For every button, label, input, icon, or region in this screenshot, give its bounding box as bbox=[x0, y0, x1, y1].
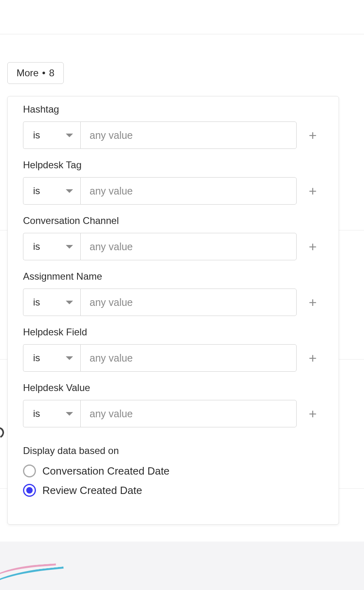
operator-text: is bbox=[33, 241, 40, 252]
filter-row: is + bbox=[23, 177, 323, 205]
radio-section-label: Display data based on bbox=[23, 445, 323, 456]
add-filter-button[interactable]: + bbox=[302, 177, 323, 205]
operator-select[interactable]: is bbox=[23, 344, 80, 372]
top-divider bbox=[0, 34, 364, 34]
more-filters-button[interactable]: More • 8 bbox=[7, 62, 64, 84]
radio-option-conversation-created-date[interactable]: Conversation Created Date bbox=[23, 464, 323, 477]
radio-icon bbox=[23, 484, 36, 497]
plus-icon: + bbox=[309, 240, 317, 253]
operator-text: is bbox=[33, 297, 40, 308]
plus-icon: + bbox=[309, 295, 317, 309]
chart-line-blue bbox=[0, 567, 65, 590]
filters-dropdown-panel: Hashtag is + Helpdesk Tag is + C bbox=[7, 96, 339, 525]
operator-text: is bbox=[33, 408, 40, 419]
filter-row: is + bbox=[23, 400, 323, 427]
operator-text: is bbox=[33, 185, 40, 197]
add-filter-button[interactable]: + bbox=[302, 233, 323, 260]
radio-label: Conversation Created Date bbox=[42, 465, 169, 477]
filter-label: Conversation Channel bbox=[23, 215, 323, 226]
filter-value-input[interactable] bbox=[80, 121, 297, 149]
operator-text: is bbox=[33, 352, 40, 364]
filter-value-input[interactable] bbox=[80, 344, 297, 372]
display-data-based-on-section: Display data based on Conversation Creat… bbox=[23, 445, 323, 497]
operator-select[interactable]: is bbox=[23, 233, 80, 260]
add-filter-button[interactable]: + bbox=[302, 121, 323, 149]
filter-group-helpdesk-tag: Helpdesk Tag is + bbox=[23, 159, 323, 205]
filter-group-conversation-channel: Conversation Channel is + bbox=[23, 215, 323, 260]
plus-icon: + bbox=[309, 407, 317, 421]
operator-select[interactable]: is bbox=[23, 177, 80, 205]
more-label: More bbox=[17, 67, 39, 78]
filter-value-input[interactable] bbox=[80, 400, 297, 427]
chevron-down-icon bbox=[66, 356, 73, 360]
plus-icon: + bbox=[309, 351, 317, 365]
filter-label: Helpdesk Field bbox=[23, 326, 323, 338]
filter-value-input[interactable] bbox=[80, 233, 297, 260]
filter-row: is + bbox=[23, 121, 323, 149]
operator-select[interactable]: is bbox=[23, 121, 80, 149]
chart-background bbox=[0, 542, 364, 590]
filter-group-assignment-name: Assignment Name is + bbox=[23, 271, 323, 316]
filter-value-input[interactable] bbox=[80, 289, 297, 316]
filter-label: Hashtag bbox=[23, 104, 323, 115]
filter-label: Assignment Name bbox=[23, 271, 323, 282]
filter-label: Helpdesk Tag bbox=[23, 159, 323, 171]
operator-text: is bbox=[33, 130, 40, 141]
filter-value-input[interactable] bbox=[80, 177, 297, 205]
plus-icon: + bbox=[309, 184, 317, 198]
radio-option-review-created-date[interactable]: Review Created Date bbox=[23, 484, 323, 497]
chart-line-pink bbox=[0, 563, 57, 583]
chevron-down-icon bbox=[66, 245, 73, 249]
radio-label: Review Created Date bbox=[42, 484, 142, 497]
more-separator: • bbox=[42, 67, 45, 78]
operator-select[interactable]: is bbox=[23, 289, 80, 316]
add-filter-button[interactable]: + bbox=[302, 344, 323, 372]
more-count: 8 bbox=[49, 67, 54, 78]
plus-icon: + bbox=[309, 128, 317, 142]
filter-label: Helpdesk Value bbox=[23, 382, 323, 393]
filter-group-hashtag: Hashtag is + bbox=[23, 104, 323, 149]
radio-selected-dot-icon bbox=[26, 487, 33, 494]
radio-icon bbox=[23, 464, 36, 477]
filter-row: is + bbox=[23, 344, 323, 372]
chevron-down-icon bbox=[66, 301, 73, 304]
add-filter-button[interactable]: + bbox=[302, 289, 323, 316]
chevron-down-icon bbox=[66, 189, 73, 193]
spinner-fragment-icon bbox=[0, 425, 6, 440]
filter-row: is + bbox=[23, 233, 323, 260]
filter-group-helpdesk-value: Helpdesk Value is + bbox=[23, 382, 323, 427]
filter-row: is + bbox=[23, 289, 323, 316]
chevron-down-icon bbox=[66, 412, 73, 416]
operator-select[interactable]: is bbox=[23, 400, 80, 427]
chevron-down-icon bbox=[66, 134, 73, 137]
add-filter-button[interactable]: + bbox=[302, 400, 323, 427]
filter-group-helpdesk-field: Helpdesk Field is + bbox=[23, 326, 323, 372]
